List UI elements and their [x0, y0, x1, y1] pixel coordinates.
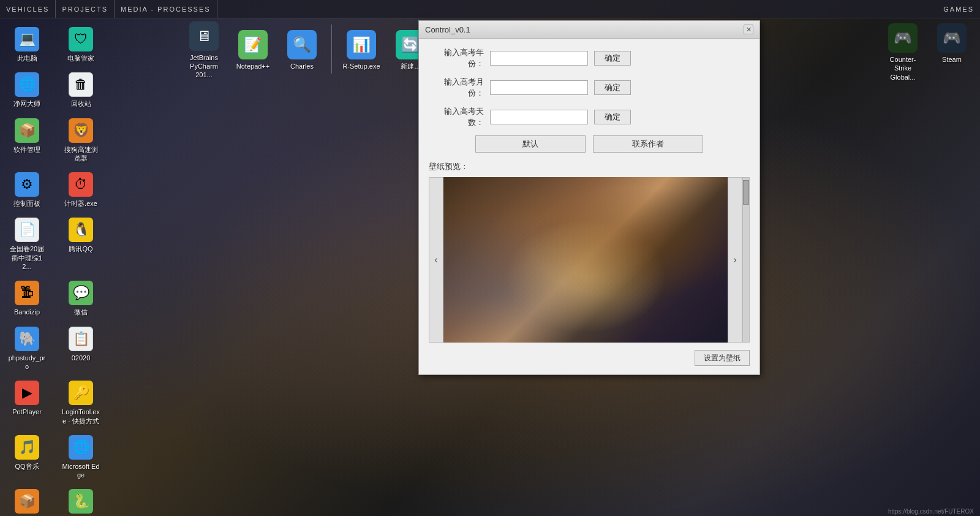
- potplayer-icon: ▶: [15, 381, 39, 405]
- control-panel-icon: ⚙: [15, 172, 39, 197]
- jetbrains-app-label: JetBrains PyCharm 201...: [183, 53, 225, 80]
- this-pc-label: 此电脑: [17, 54, 37, 63]
- days-input[interactable]: [490, 110, 588, 124]
- icon-qqmusic[interactable]: 🎵 QQ音乐: [5, 433, 49, 482]
- charles-icon: 🔍: [287, 30, 317, 59]
- taskbar-charles[interactable]: 🔍 Charles: [279, 25, 325, 73]
- qqmusic-icon: 🎵: [15, 435, 39, 460]
- contact-author-button[interactable]: 联系作者: [593, 135, 703, 153]
- taskbar-section-games: GAMES: [937, 0, 980, 18]
- jetbrains-icon: 🖥: [189, 21, 219, 51]
- icon-recycle-bin[interactable]: 🗑 回收站: [59, 70, 103, 110]
- potplayer-label: PotPlayer: [12, 408, 42, 416]
- taskbar-rsetup[interactable]: 📊 R-Setup.exe: [338, 25, 385, 73]
- bandizip-label: Bandizip: [14, 308, 40, 316]
- year-input[interactable]: [490, 51, 588, 66]
- icon-pc-butler[interactable]: 🛡 电脑管家: [59, 25, 103, 65]
- taskbar-divider-1: [331, 25, 332, 74]
- notepadpp-icon: 📝: [238, 30, 268, 59]
- icon-edge[interactable]: 🌐 Microsoft Edge: [59, 433, 103, 482]
- preview-image: [443, 177, 728, 343]
- steam-icon: 🎮: [937, 23, 967, 53]
- rsetup-icon: 📊: [347, 30, 376, 59]
- preview-scrollbar[interactable]: [742, 177, 750, 343]
- set-wallpaper-row: 设置为壁纸: [429, 350, 750, 366]
- timer-label: 计时器.exe: [64, 199, 97, 208]
- icon-wechat[interactable]: 💬 微信: [59, 278, 103, 319]
- month-confirm-button[interactable]: 确定: [594, 80, 631, 95]
- phpstudy-icon: 🐘: [15, 327, 39, 351]
- taskbar-steam[interactable]: 🎮 Steam: [929, 18, 975, 84]
- edge-label: Microsoft Edge: [61, 462, 100, 480]
- 02020-icon: 📋: [69, 327, 93, 351]
- media-label: MEDIA - PROCESSES: [121, 6, 210, 13]
- exam-label: 全国卷20届衢中理综12...: [7, 245, 47, 271]
- taskbar-section-vehicles: VEHICLES: [0, 0, 56, 18]
- scrollbar-thumb: [743, 180, 749, 205]
- icon-phpstudy[interactable]: 🐘 phpstudy_pro: [5, 324, 49, 374]
- software-manager-icon: 📦: [15, 118, 39, 143]
- year-confirm-button[interactable]: 确定: [594, 51, 631, 66]
- desktop-icons-left: 💻 此电脑 🛡 电脑管家 🌐 净网大师 🗑 回收站 📦 软件管理 🦁 搜狗高速浏…: [5, 25, 108, 516]
- exam-icon: 📄: [15, 218, 39, 242]
- icon-exam[interactable]: 📄 全国卷20届衢中理综12...: [5, 215, 49, 273]
- vmware-icon: 📦: [15, 489, 39, 514]
- icon-timer[interactable]: ⏱ 计时器.exe: [59, 170, 103, 210]
- taskbar-jetbrains[interactable]: 🖥 JetBrains PyCharm 201...: [181, 17, 227, 82]
- fast-browser-icon: 🦁: [69, 118, 93, 143]
- csgo-app-label: Counter-Strike Global...: [882, 55, 924, 82]
- icon-02020[interactable]: 📋 02020: [59, 324, 103, 374]
- dialog-row-year: 输入高考年份： 确定: [429, 47, 750, 69]
- icon-vmware[interactable]: 📦 VMware Workstation Pro: [5, 487, 49, 516]
- icon-software-manager[interactable]: 📦 软件管理: [5, 116, 49, 165]
- taskbar-right-apps: 🎮 Counter-Strike Global... 🎮 Steam: [880, 18, 975, 84]
- dialog-row-month: 输入高考月份： 确定: [429, 77, 750, 99]
- qq-icon: 🐧: [69, 218, 93, 242]
- icon-potplayer[interactable]: ▶ PotPlayer: [5, 378, 49, 428]
- days-confirm-button[interactable]: 确定: [594, 110, 631, 124]
- charles-app-label: Charles: [290, 62, 314, 70]
- wechat-label: 微信: [74, 308, 88, 316]
- taskbar: VEHICLES PROJECTS MEDIA - PROCESSES GAME…: [0, 0, 980, 18]
- logintool-icon: 🔑: [69, 381, 93, 405]
- preview-prev-button[interactable]: ‹: [429, 177, 443, 343]
- icon-fast-browser[interactable]: 🦁 搜狗高速浏览器: [59, 116, 103, 165]
- qqmusic-label: QQ音乐: [15, 462, 39, 471]
- taskbar-notepadpp[interactable]: 📝 Notepad++: [230, 25, 276, 73]
- month-label: 输入高考月份：: [429, 77, 484, 99]
- pc-butler-icon: 🛡: [69, 27, 93, 51]
- icon-bandizip[interactable]: 🗜 Bandizip: [5, 278, 49, 319]
- dialog-control: Control_v0.1 ✕ 输入高考年份： 确定 输入高考月份： 确定 输入高…: [418, 20, 760, 375]
- icon-pyots[interactable]: 🐍 PYOT5学习: [59, 487, 103, 516]
- taskbar-csgo[interactable]: 🎮 Counter-Strike Global...: [880, 18, 926, 84]
- csgo-icon: 🎮: [888, 23, 918, 53]
- this-pc-icon: 💻: [15, 27, 39, 51]
- new-app-label: 新建...: [401, 62, 420, 70]
- set-wallpaper-button[interactable]: 设置为壁纸: [695, 350, 750, 366]
- dialog-actions: 默认 联系作者: [429, 135, 750, 153]
- default-button[interactable]: 默认: [475, 135, 586, 153]
- dialog-title: Control_v0.1: [425, 25, 470, 34]
- pc-butler-label: 电脑管家: [67, 54, 94, 63]
- edge-icon: 🌐: [69, 435, 93, 460]
- projects-label: PROJECTS: [62, 6, 108, 13]
- year-label: 输入高考年份：: [429, 47, 484, 69]
- url-bar: https://blog.csdn.net/FUTEROX: [888, 508, 974, 515]
- dialog-close-button[interactable]: ✕: [744, 25, 753, 34]
- icon-this-pc[interactable]: 💻 此电脑: [5, 25, 49, 65]
- icon-control-panel[interactable]: ⚙ 控制面板: [5, 170, 49, 210]
- preview-next-button[interactable]: ›: [728, 177, 742, 343]
- 02020-label: 02020: [72, 354, 91, 362]
- notepadpp-app-label: Notepad++: [236, 62, 270, 70]
- rsetup-app-label: R-Setup.exe: [342, 62, 380, 70]
- taskbar-section-projects: PROJECTS: [56, 0, 115, 18]
- icon-logintool[interactable]: 🔑 LoginTool.exe - 快捷方式: [59, 378, 103, 428]
- recycle-bin-icon: 🗑: [69, 72, 93, 97]
- steam-app-label: Steam: [942, 55, 962, 64]
- taskbar-section-media: MEDIA - PROCESSES: [115, 0, 217, 18]
- qq-label: 腾讯QQ: [69, 245, 92, 253]
- icon-qq[interactable]: 🐧 腾讯QQ: [59, 215, 103, 273]
- month-input[interactable]: [490, 80, 588, 95]
- icon-clean-master[interactable]: 🌐 净网大师: [5, 70, 49, 110]
- software-manager-label: 软件管理: [13, 145, 40, 154]
